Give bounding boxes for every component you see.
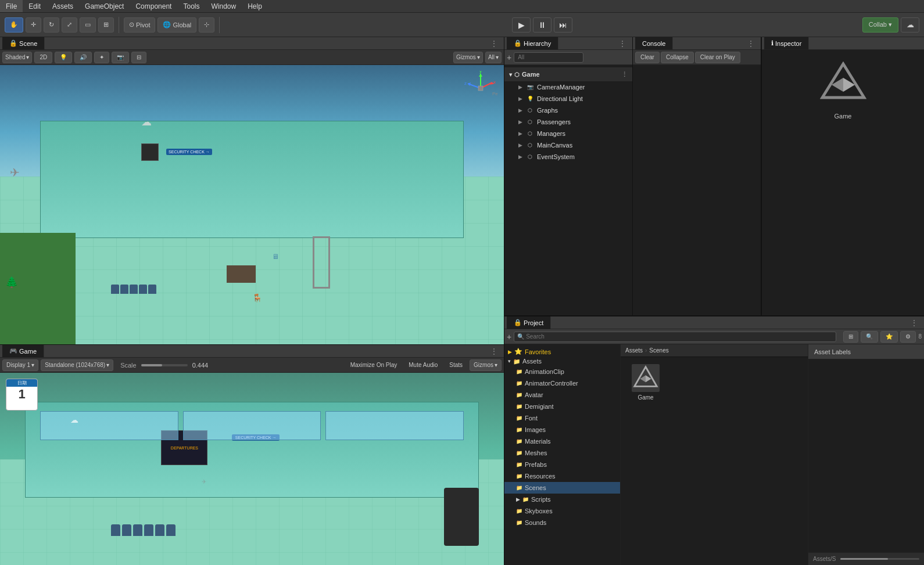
- scale-slider[interactable]: [141, 364, 188, 366]
- inspector-game-label: Game: [835, 113, 852, 120]
- console-clear-button[interactable]: Clear: [635, 52, 660, 63]
- tree-item-eventsystem[interactable]: ▶ ⬡ EventSystem: [504, 151, 632, 163]
- tree-sounds[interactable]: 📁 Sounds: [504, 517, 620, 528]
- favorite-filter-button[interactable]: ⭐: [880, 331, 898, 343]
- light-button[interactable]: 💡: [55, 52, 72, 63]
- tree-font[interactable]: 📁 Font: [504, 412, 620, 424]
- project-search[interactable]: [514, 332, 836, 342]
- tree-assets-root[interactable]: ▾ 📁 Assets: [504, 357, 620, 366]
- favorites-header[interactable]: ▶ ⭐ Favorites: [504, 347, 620, 357]
- console-clear-on-play-button[interactable]: Clear on Play: [695, 52, 740, 63]
- game-panel-menu[interactable]: ⋮: [486, 347, 502, 356]
- hierarchy-add-icon[interactable]: +: [507, 53, 511, 62]
- tab-scene[interactable]: 🔒 Scene: [2, 37, 45, 49]
- tool-hand[interactable]: ✋: [5, 17, 23, 33]
- breadcrumb-scenes[interactable]: Scenes: [649, 347, 668, 354]
- global-button[interactable]: 🌐 Global: [157, 17, 196, 33]
- menu-component[interactable]: Component: [130, 0, 177, 12]
- console-collapse-button[interactable]: Collapse: [661, 52, 694, 63]
- game-gizmos-dropdown[interactable]: Gizmos ▾: [470, 359, 502, 371]
- collab-button[interactable]: Collab ▾: [862, 17, 898, 33]
- tree-item-managers[interactable]: ▶ ⬡ Managers: [504, 128, 632, 139]
- scene-panel-menu[interactable]: ⋮: [486, 39, 502, 48]
- project-menu[interactable]: ⋮: [907, 318, 922, 328]
- tree-item-cameramanager[interactable]: ▶ 📷 CameraManager: [504, 81, 632, 93]
- tool-move[interactable]: ✛: [26, 17, 41, 33]
- tree-resources[interactable]: 📁 Resources: [504, 470, 620, 482]
- mute-audio-button[interactable]: Mute Audio: [404, 359, 442, 371]
- game-seats: [111, 524, 176, 536]
- search-filter-button[interactable]: 🔍: [861, 331, 878, 343]
- maximize-on-play-button[interactable]: Maximize On Play: [346, 359, 402, 371]
- play-button[interactable]: ▶: [512, 17, 531, 33]
- menu-file[interactable]: File: [0, 0, 23, 12]
- file-game[interactable]: Game: [625, 362, 666, 403]
- folder-icon: ▶: [516, 496, 520, 502]
- two-column-view-button[interactable]: ⊞: [843, 331, 858, 343]
- menu-assets[interactable]: Assets: [46, 0, 79, 12]
- folder-icon: 📁: [516, 473, 522, 479]
- step-button[interactable]: ⏭: [554, 17, 572, 33]
- menu-window[interactable]: Window: [205, 0, 242, 12]
- tool-rotate[interactable]: ↻: [44, 17, 59, 33]
- tree-demigiant[interactable]: 📁 Demigiant: [504, 401, 620, 412]
- breadcrumb-assets[interactable]: Assets: [625, 347, 643, 354]
- menu-tools[interactable]: Tools: [177, 0, 205, 12]
- tree-scenes[interactable]: 📁 Scenes: [504, 482, 620, 494]
- snap-button[interactable]: ⊹: [199, 17, 214, 33]
- footer-slider[interactable]: [840, 558, 919, 560]
- tree-animationclip[interactable]: 📁 AnimationClip: [504, 366, 620, 377]
- tree-meshes[interactable]: 📁 Meshes: [504, 447, 620, 459]
- stats-button[interactable]: Stats: [445, 359, 467, 371]
- tree-images[interactable]: 📁 Images: [504, 424, 620, 436]
- tree-skyboxes[interactable]: 📁 Skyboxes: [504, 505, 620, 517]
- tree-prefabs[interactable]: 📁 Prefabs: [504, 459, 620, 470]
- root-menu-icon[interactable]: ⋮: [621, 71, 628, 78]
- tab-game[interactable]: 🎮 Game: [2, 345, 44, 357]
- tree-item-directionallight[interactable]: ▶ 💡 Directional Light: [504, 93, 632, 105]
- all-dropdown[interactable]: All ▾: [485, 52, 502, 63]
- gizmos-arrow: ▾: [477, 54, 480, 60]
- tree-item-graphs[interactable]: ▶ ⬡ Graphs: [504, 105, 632, 116]
- tool-transform[interactable]: ⊞: [98, 17, 114, 33]
- pause-button[interactable]: ⏸: [533, 17, 551, 33]
- shaded-dropdown[interactable]: Shaded ▾: [2, 52, 32, 63]
- cloud-button[interactable]: ☁: [901, 17, 919, 33]
- managers-icon: ⬡: [525, 129, 535, 138]
- tree-animatorcontroller[interactable]: 📁 AnimatorController: [504, 377, 620, 389]
- tool-rect[interactable]: ▭: [80, 17, 96, 33]
- console-menu[interactable]: ⋮: [743, 39, 758, 48]
- tab-inspector[interactable]: ℹ Inspector: [764, 37, 809, 49]
- game-viewport[interactable]: 日期 1 DEPARTURES SECURITY CHECK →: [0, 373, 504, 565]
- menu-edit[interactable]: Edit: [23, 0, 46, 12]
- breadcrumb-separator: ›: [645, 347, 647, 354]
- audio-button[interactable]: 🔊: [74, 52, 92, 63]
- folder-icon: 📁: [516, 520, 522, 526]
- twod-button[interactable]: 2D: [34, 52, 52, 63]
- scene-overlay-button[interactable]: ⊟: [131, 52, 146, 63]
- tree-item-passengers[interactable]: ▶ ⬡ Passengers: [504, 116, 632, 128]
- settings-button[interactable]: ⚙: [900, 331, 916, 343]
- tree-materials[interactable]: 📁 Materials: [504, 436, 620, 447]
- menu-gameobject[interactable]: GameObject: [79, 0, 130, 12]
- tree-avatar[interactable]: 📁 Avatar: [504, 389, 620, 401]
- tab-console[interactable]: Console: [635, 37, 673, 49]
- hierarchy-menu[interactable]: ⋮: [615, 39, 630, 48]
- scene-viewport[interactable]: ✈ SECURITY CHECK → ☁ 🪑 🖥: [0, 65, 504, 344]
- display-dropdown[interactable]: Display 1 ▾: [2, 359, 38, 371]
- scene-cam-button[interactable]: 📷: [112, 52, 129, 63]
- tree-item-maincanvas[interactable]: ▶ ⬡ MainCanvas: [504, 139, 632, 151]
- tab-project[interactable]: 🔒 Project: [507, 316, 551, 329]
- gizmos-dropdown[interactable]: Gizmos ▾: [453, 52, 483, 63]
- hierarchy-search[interactable]: [514, 52, 583, 63]
- tab-hierarchy[interactable]: 🔒 Hierarchy: [507, 37, 558, 49]
- display-arrow: ▾: [31, 362, 34, 368]
- hierarchy-root[interactable]: ▾ ⬡ Game ⋮: [504, 67, 632, 81]
- fx-button[interactable]: ✦: [94, 52, 109, 63]
- menu-help[interactable]: Help: [242, 0, 268, 12]
- tool-scale[interactable]: ⤢: [62, 17, 77, 33]
- tree-scripts[interactable]: ▶ 📁 Scripts: [504, 494, 620, 505]
- project-add-icon[interactable]: +: [507, 332, 511, 341]
- resolution-dropdown[interactable]: Standalone (1024x768) ▾: [41, 359, 113, 371]
- pivot-button[interactable]: ⊙ Pivot: [124, 17, 155, 33]
